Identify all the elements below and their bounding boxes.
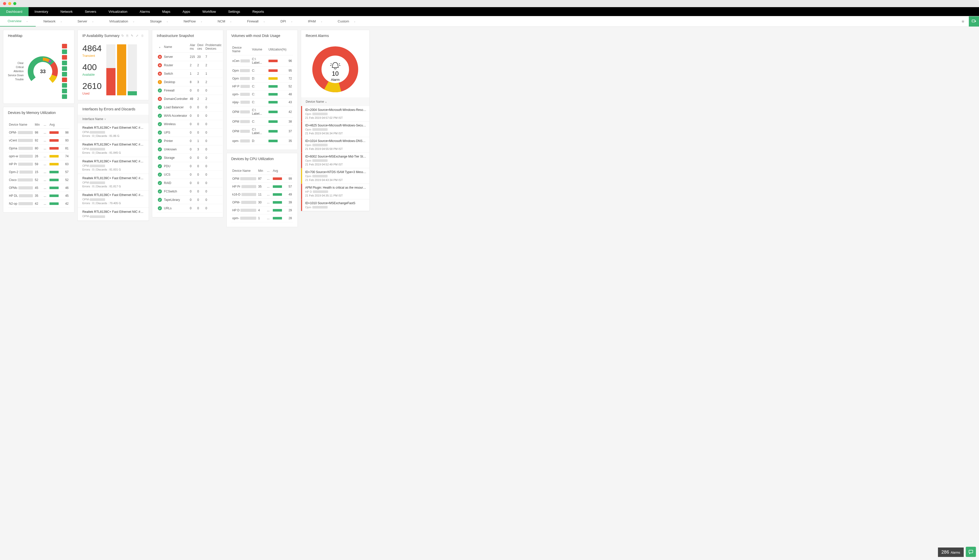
table-row[interactable]: !Desktop832 [157,78,223,87]
heatmap-block[interactable] [62,50,67,54]
table-row[interactable]: ✓Storage000 [157,154,223,162]
table-row[interactable]: ✕Router222 [157,61,223,70]
subnav-network[interactable]: Network ⌄ [36,16,70,27]
table-row[interactable]: Cisco52...52 [8,176,70,184]
heatmap-block[interactable] [62,94,67,99]
list-header[interactable]: Interface Name▼ [78,115,148,123]
table-row[interactable]: OPMc45...46 [8,184,70,192]
interface-row[interactable]: Realtek RTL8139C+ Fast Ethernet NIC #3-N… [78,123,148,140]
heatmap-block[interactable] [62,55,67,60]
subnav-ipam[interactable]: IPAM ⌄ [300,16,330,27]
table-row[interactable]: ✓Unknown030 [157,145,223,154]
nav-maps[interactable]: Maps [156,7,177,16]
table-row[interactable]: HP DL35...45 [8,192,70,200]
table-row[interactable]: N2-op42...42 [8,200,70,208]
expand-icon[interactable]: ⤢ [136,34,138,37]
table-row[interactable]: OpmC:95 [231,67,293,75]
table-row[interactable]: opm-1...28 [231,214,293,222]
table-row[interactable]: ✓Load Balancer000 [157,103,223,112]
col-header[interactable]: Alarms [188,41,196,53]
table-row[interactable]: OPMC:38 [231,118,293,126]
table-row[interactable]: ✓PDU000 [157,162,223,170]
table-row[interactable]: OPM97...99 [231,175,293,183]
nav-servers[interactable]: Servers [79,7,102,16]
maximize-window-dot[interactable] [13,2,16,5]
table-row[interactable]: OPM-30...39 [231,198,293,207]
alarm-row[interactable]: APM Plugin: Health is critical as the re… [301,184,369,199]
delete-icon[interactable]: 🗑 [141,34,144,37]
col-header[interactable]: Avg [272,167,286,175]
add-widget-button[interactable] [969,16,979,27]
subnav-storage[interactable]: Storage ⌄ [142,16,176,27]
heatmap-donut[interactable]: 33 [26,55,59,88]
alarms-donut[interactable]: 10 Alarm [310,44,361,95]
table-row[interactable]: ✓URLs000 [157,204,223,213]
table-row[interactable]: ✕DomainController4922 [157,95,223,103]
table-row[interactable]: ✓UPS000 [157,128,223,137]
table-row[interactable]: OPM-98...98 [8,129,70,137]
table-row[interactable]: HP D4...29 [231,207,293,214]
col-header[interactable]: Utilization(%) [267,44,288,55]
table-row[interactable]: opm-C:48 [231,90,293,98]
subnav-server[interactable]: Server ⌄ [70,16,102,27]
ip-bar[interactable] [117,44,126,95]
table-row[interactable]: vCenC:\ Label...96 [231,55,293,67]
table-row[interactable]: k16-D11...49 [231,191,293,198]
alarm-row[interactable]: ID=1010 Source=MSExchangeFastSOpm [301,199,369,211]
col-header[interactable]: Min [34,121,43,129]
table-row[interactable]: ✓FCSwitch000 [157,187,223,196]
close-window-dot[interactable] [3,2,6,5]
alarm-row[interactable]: ID=2004 Source=Microsoft-Windows-Resourc… [301,106,369,122]
table-row[interactable]: ✕Switch121 [157,70,223,78]
col-header[interactable]: Avg [48,121,63,129]
nav-dashboard[interactable]: Dashboard [0,7,28,16]
interface-row[interactable]: Realtek RTL8139C+ Fast Ethernet NIC #3-E… [78,191,148,207]
table-row[interactable]: HP Pr59...63 [8,160,70,168]
nav-reports[interactable]: Reports [246,7,270,16]
ip-bar-chart[interactable] [106,44,137,95]
subnav-firewall[interactable]: Firewall ⌄ [239,16,273,27]
table-row[interactable]: HP PC:52 [231,83,293,90]
alarm-row[interactable]: ID=700 Source=NTDS ISAM Type=3 Message=N… [301,168,369,184]
nav-alarms[interactable]: Alarms [133,7,156,16]
nav-workflow[interactable]: Workflow [196,7,222,16]
nav-inventory[interactable]: Inventory [28,7,54,16]
table-row[interactable]: opm-w26...74 [8,152,70,160]
col-header[interactable]: Device Name [231,44,251,55]
table-row[interactable]: ✓UCS000 [157,170,223,179]
col-header[interactable]: Volume [251,44,267,55]
table-row[interactable]: ✓Wireless000 [157,120,223,128]
table-row[interactable]: HP Pr35...57 [231,183,293,191]
alarm-row[interactable]: ID=6002 Source=MSExchange Mid-Tier Stora… [301,153,369,168]
col-header[interactable]: ... [266,167,272,175]
table-row[interactable]: vCent92...93 [8,137,70,145]
interface-row[interactable]: Realtek RTL8139C+ Fast Ethernet NIC #3-W… [78,174,148,191]
table-row[interactable]: vijay-C:43 [231,98,293,106]
interface-row[interactable]: Realtek RTL8139C+ Fast Ethernet NIC #3-W… [78,157,148,174]
subnav-custom[interactable]: Custom ⌄ [330,16,364,27]
heatmap-block[interactable] [62,83,67,88]
table-row[interactable]: ✓WAN Accelerator000 [157,112,223,120]
heatmap-block[interactable] [62,89,67,93]
table-row[interactable]: OPMC:\ Label...42 [231,106,293,118]
col-header[interactable]: ▲ [157,41,163,53]
col-header[interactable]: Min [257,167,266,175]
table-row[interactable]: opm-D:35 [231,137,293,145]
ip-bar[interactable] [128,44,137,95]
alarm-row[interactable]: ID=4625 Source=Microsoft-Windows-Securit… [301,122,369,137]
refresh-icon[interactable]: ↻ [121,34,124,37]
heatmap-block[interactable] [62,44,67,48]
table-row[interactable]: OpmD:72 [231,75,293,83]
table-row[interactable]: Opm-215...57 [8,168,70,176]
col-header[interactable]: ... [43,121,48,129]
col-header[interactable]: ProblematicDevices [205,41,223,53]
table-row[interactable]: ✕Server215207 [157,53,223,61]
col-header[interactable]: Device Name [8,121,34,129]
table-row[interactable]: OPMC:\ Label...37 [231,126,293,137]
nav-settings[interactable]: Settings [222,7,246,16]
subnav-netflow[interactable]: NetFlow ⌄ [176,16,210,27]
heatmap-block[interactable] [62,77,67,82]
table-row[interactable]: Opma80...81 [8,145,70,152]
heatmap-block[interactable] [62,72,67,77]
col-header[interactable]: Name [163,41,188,53]
